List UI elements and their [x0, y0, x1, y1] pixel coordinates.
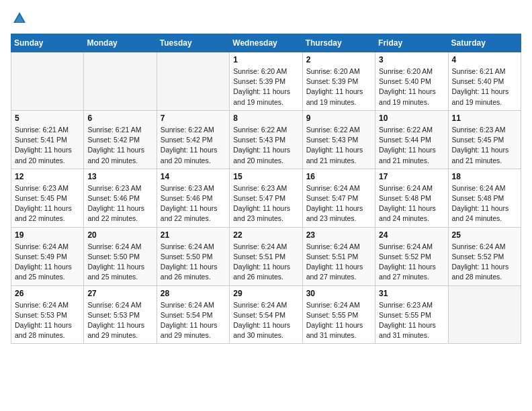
day-number: 11 — [452, 113, 517, 123]
calendar-table: SundayMondayTuesdayWednesdayThursdayFrid… — [11, 34, 521, 344]
day-number: 25 — [452, 230, 517, 240]
day-number: 16 — [306, 172, 371, 181]
calendar-week-row: 5Sunrise: 6:21 AMSunset: 5:41 PMDaylight… — [11, 110, 521, 169]
day-info: Sunrise: 6:24 AMSunset: 5:52 PMDaylight:… — [379, 242, 444, 283]
calendar-cell: 29Sunrise: 6:24 AMSunset: 5:54 PMDayligh… — [230, 285, 302, 344]
calendar-cell: 11Sunrise: 6:23 AMSunset: 5:45 PMDayligh… — [448, 110, 521, 169]
day-info: Sunrise: 6:24 AMSunset: 5:48 PMDaylight:… — [379, 183, 444, 224]
day-info: Sunrise: 6:23 AMSunset: 5:45 PMDaylight:… — [452, 125, 517, 166]
day-info: Sunrise: 6:24 AMSunset: 5:54 PMDaylight:… — [161, 300, 226, 341]
day-number: 18 — [452, 172, 517, 181]
day-info: Sunrise: 6:22 AMSunset: 5:44 PMDaylight:… — [379, 125, 444, 166]
calendar-cell: 15Sunrise: 6:23 AMSunset: 5:47 PMDayligh… — [230, 169, 302, 227]
calendar-cell: 7Sunrise: 6:22 AMSunset: 5:42 PMDaylight… — [157, 110, 229, 169]
day-info: Sunrise: 6:23 AMSunset: 5:55 PMDaylight:… — [379, 300, 444, 341]
day-info: Sunrise: 6:23 AMSunset: 5:47 PMDaylight:… — [233, 183, 298, 224]
weekday-header-cell: Thursday — [302, 34, 375, 52]
day-number: 6 — [87, 113, 152, 123]
day-info: Sunrise: 6:24 AMSunset: 5:49 PMDaylight:… — [15, 242, 80, 283]
calendar-cell — [11, 52, 84, 111]
calendar-cell: 18Sunrise: 6:24 AMSunset: 5:48 PMDayligh… — [448, 169, 521, 227]
calendar-cell: 12Sunrise: 6:23 AMSunset: 5:45 PMDayligh… — [11, 169, 84, 227]
calendar-cell: 23Sunrise: 6:24 AMSunset: 5:51 PMDayligh… — [302, 227, 375, 285]
day-number: 30 — [306, 289, 371, 298]
calendar-cell: 14Sunrise: 6:23 AMSunset: 5:46 PMDayligh… — [157, 169, 229, 227]
day-info: Sunrise: 6:21 AMSunset: 5:42 PMDaylight:… — [87, 125, 152, 166]
calendar-week-row: 19Sunrise: 6:24 AMSunset: 5:49 PMDayligh… — [11, 227, 521, 285]
day-number: 3 — [379, 55, 444, 64]
calendar-week-row: 26Sunrise: 6:24 AMSunset: 5:53 PMDayligh… — [11, 285, 521, 344]
day-info: Sunrise: 6:21 AMSunset: 5:40 PMDaylight:… — [452, 66, 517, 107]
day-number: 10 — [379, 113, 444, 123]
calendar-cell: 27Sunrise: 6:24 AMSunset: 5:53 PMDayligh… — [84, 285, 157, 344]
logo-icon — [12, 11, 27, 26]
calendar-cell: 19Sunrise: 6:24 AMSunset: 5:49 PMDayligh… — [11, 227, 84, 285]
day-number: 20 — [87, 230, 152, 240]
weekday-header-cell: Tuesday — [157, 34, 229, 52]
day-info: Sunrise: 6:23 AMSunset: 5:46 PMDaylight:… — [87, 183, 152, 224]
calendar-cell: 13Sunrise: 6:23 AMSunset: 5:46 PMDayligh… — [84, 169, 157, 227]
calendar-cell: 2Sunrise: 6:20 AMSunset: 5:39 PMDaylight… — [302, 52, 375, 111]
calendar-cell: 31Sunrise: 6:23 AMSunset: 5:55 PMDayligh… — [375, 285, 448, 344]
logo — [11, 11, 27, 26]
day-number: 12 — [15, 172, 80, 181]
day-info: Sunrise: 6:24 AMSunset: 5:54 PMDaylight:… — [233, 300, 298, 341]
day-info: Sunrise: 6:24 AMSunset: 5:50 PMDaylight:… — [161, 242, 226, 283]
day-info: Sunrise: 6:22 AMSunset: 5:43 PMDaylight:… — [306, 125, 371, 166]
day-info: Sunrise: 6:20 AMSunset: 5:40 PMDaylight:… — [379, 66, 444, 107]
calendar-cell: 26Sunrise: 6:24 AMSunset: 5:53 PMDayligh… — [11, 285, 84, 344]
day-number: 22 — [233, 230, 298, 240]
calendar-week-row: 12Sunrise: 6:23 AMSunset: 5:45 PMDayligh… — [11, 169, 521, 227]
day-info: Sunrise: 6:24 AMSunset: 5:51 PMDaylight:… — [233, 242, 298, 283]
day-info: Sunrise: 6:24 AMSunset: 5:50 PMDaylight:… — [87, 242, 152, 283]
day-number: 5 — [15, 113, 80, 123]
day-number: 31 — [379, 289, 444, 298]
calendar-cell: 10Sunrise: 6:22 AMSunset: 5:44 PMDayligh… — [375, 110, 448, 169]
calendar-cell: 3Sunrise: 6:20 AMSunset: 5:40 PMDaylight… — [375, 52, 448, 111]
day-number: 14 — [161, 172, 226, 181]
day-number: 24 — [379, 230, 444, 240]
calendar-cell: 30Sunrise: 6:24 AMSunset: 5:55 PMDayligh… — [302, 285, 375, 344]
calendar-cell: 20Sunrise: 6:24 AMSunset: 5:50 PMDayligh… — [84, 227, 157, 285]
calendar-cell: 16Sunrise: 6:24 AMSunset: 5:47 PMDayligh… — [302, 169, 375, 227]
day-number: 17 — [379, 172, 444, 181]
weekday-header-row: SundayMondayTuesdayWednesdayThursdayFrid… — [11, 34, 521, 52]
calendar-cell: 5Sunrise: 6:21 AMSunset: 5:41 PMDaylight… — [11, 110, 84, 169]
day-number: 26 — [15, 289, 80, 298]
day-number: 13 — [87, 172, 152, 181]
day-number: 29 — [233, 289, 298, 298]
day-number: 4 — [452, 55, 517, 64]
day-info: Sunrise: 6:20 AMSunset: 5:39 PMDaylight:… — [306, 66, 371, 107]
calendar-cell — [84, 52, 157, 111]
day-number: 15 — [233, 172, 298, 181]
day-number: 8 — [233, 113, 298, 123]
weekday-header-cell: Friday — [375, 34, 448, 52]
weekday-header-cell: Monday — [84, 34, 157, 52]
day-info: Sunrise: 6:24 AMSunset: 5:53 PMDaylight:… — [87, 300, 152, 341]
calendar-cell: 1Sunrise: 6:20 AMSunset: 5:39 PMDaylight… — [230, 52, 302, 111]
day-number: 27 — [87, 289, 152, 298]
page-header — [11, 11, 521, 26]
day-number: 23 — [306, 230, 371, 240]
day-info: Sunrise: 6:20 AMSunset: 5:39 PMDaylight:… — [233, 66, 298, 107]
day-info: Sunrise: 6:24 AMSunset: 5:55 PMDaylight:… — [306, 300, 371, 341]
weekday-header-cell: Wednesday — [230, 34, 302, 52]
day-number: 28 — [161, 289, 226, 298]
calendar-body: 1Sunrise: 6:20 AMSunset: 5:39 PMDaylight… — [11, 52, 521, 344]
day-number: 19 — [15, 230, 80, 240]
day-info: Sunrise: 6:24 AMSunset: 5:53 PMDaylight:… — [15, 300, 80, 341]
weekday-header-cell: Sunday — [11, 34, 84, 52]
calendar-week-row: 1Sunrise: 6:20 AMSunset: 5:39 PMDaylight… — [11, 52, 521, 111]
calendar-cell — [448, 285, 521, 344]
calendar-cell: 21Sunrise: 6:24 AMSunset: 5:50 PMDayligh… — [157, 227, 229, 285]
day-number: 9 — [306, 113, 371, 123]
day-info: Sunrise: 6:22 AMSunset: 5:42 PMDaylight:… — [161, 125, 226, 166]
calendar-cell: 8Sunrise: 6:22 AMSunset: 5:43 PMDaylight… — [230, 110, 302, 169]
calendar-cell: 28Sunrise: 6:24 AMSunset: 5:54 PMDayligh… — [157, 285, 229, 344]
day-number: 7 — [161, 113, 226, 123]
calendar-cell — [157, 52, 229, 111]
calendar-cell: 4Sunrise: 6:21 AMSunset: 5:40 PMDaylight… — [448, 52, 521, 111]
day-info: Sunrise: 6:23 AMSunset: 5:46 PMDaylight:… — [161, 183, 226, 224]
day-info: Sunrise: 6:23 AMSunset: 5:45 PMDaylight:… — [15, 183, 80, 224]
day-number: 2 — [306, 55, 371, 64]
